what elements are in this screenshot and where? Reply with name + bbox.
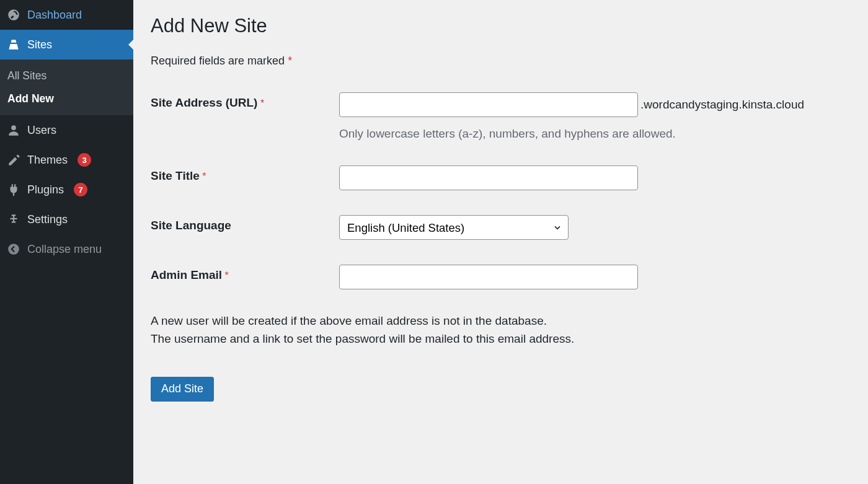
sidebar-item-plugins[interactable]: Plugins 7: [0, 175, 133, 205]
admin-sidebar: Dashboard Sites All Sites Add New Users …: [0, 0, 133, 484]
submenu-item-all-sites[interactable]: All Sites: [0, 64, 133, 87]
admin-email-input[interactable]: [339, 265, 638, 289]
site-address-input[interactable]: [339, 92, 638, 117]
row-site-language: Site Language English (United States): [151, 215, 851, 240]
settings-icon: [6, 212, 21, 227]
sidebar-item-label: Themes: [27, 154, 68, 167]
site-address-description: Only lowercase letters (a-z), numbers, a…: [339, 127, 851, 141]
collapse-menu-button[interactable]: Collapse menu: [0, 234, 133, 264]
main-content: Add New Site Required fields are marked …: [133, 0, 868, 484]
themes-icon: [6, 152, 21, 167]
site-title-label: Site Title: [151, 169, 200, 182]
required-fields-note: Required fields are marked *: [151, 55, 851, 68]
sidebar-item-label: Sites: [27, 38, 52, 51]
required-asterisk: *: [202, 171, 206, 182]
sidebar-item-themes[interactable]: Themes 3: [0, 145, 133, 175]
row-admin-email: Admin Email *: [151, 265, 851, 289]
site-title-input[interactable]: [339, 165, 638, 190]
required-asterisk: *: [260, 98, 264, 108]
admin-email-label: Admin Email: [151, 268, 222, 281]
site-address-label: Site Address (URL): [151, 96, 257, 109]
required-asterisk: *: [225, 270, 229, 281]
site-address-suffix: .wordcandystaging.kinsta.cloud: [640, 98, 804, 112]
plugins-icon: [6, 182, 21, 197]
plugins-badge: 7: [74, 183, 87, 196]
required-note-text: Required fields are marked: [151, 55, 285, 67]
collapse-icon: [6, 242, 21, 257]
sidebar-item-users[interactable]: Users: [0, 115, 133, 145]
sidebar-item-label: Plugins: [27, 183, 64, 196]
info-paragraph: A new user will be created if the above …: [151, 312, 851, 348]
sidebar-item-label: Dashboard: [27, 9, 82, 22]
sidebar-item-settings[interactable]: Settings: [0, 205, 133, 234]
sidebar-item-sites[interactable]: Sites: [0, 30, 133, 59]
collapse-label: Collapse menu: [27, 243, 102, 256]
sites-submenu: All Sites Add New: [0, 59, 133, 115]
submenu-item-add-new[interactable]: Add New: [0, 87, 133, 110]
row-site-title: Site Title *: [151, 165, 851, 190]
add-site-form: Site Address (URL) * .wordcandystaging.k…: [151, 92, 851, 289]
sidebar-item-dashboard[interactable]: Dashboard: [0, 0, 133, 30]
info-line-1: A new user will be created if the above …: [151, 314, 547, 327]
sidebar-item-label: Settings: [27, 213, 68, 226]
site-language-label: Site Language: [151, 219, 231, 232]
sites-icon: [6, 37, 21, 52]
site-language-select[interactable]: English (United States): [339, 215, 569, 240]
required-asterisk: *: [288, 55, 292, 67]
info-line-2: The username and a link to set the passw…: [151, 332, 574, 345]
themes-badge: 3: [78, 153, 91, 167]
users-icon: [6, 123, 21, 138]
svg-point-0: [8, 244, 19, 255]
dashboard-icon: [6, 7, 21, 22]
row-site-address: Site Address (URL) * .wordcandystaging.k…: [151, 92, 851, 141]
add-site-button[interactable]: Add Site: [151, 377, 214, 402]
sidebar-item-label: Users: [27, 124, 56, 137]
page-title: Add New Site: [151, 15, 851, 37]
